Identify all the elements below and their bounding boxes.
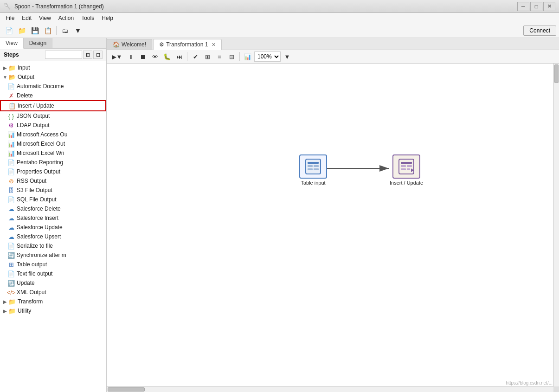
tree-item-sf-upsert[interactable]: ☁ Salesforce Upsert — [0, 232, 106, 241]
open-button[interactable]: 📁 — [16, 25, 28, 36]
svg-rect-12 — [401, 168, 406, 170]
file-icon-sync: 🔄 — [7, 251, 15, 259]
tree-item-json-output[interactable]: { } JSON Output — [0, 111, 106, 121]
close-button[interactable]: ✕ — [543, 2, 555, 11]
tree-item-sf-delete[interactable]: ☁ Salesforce Delete — [0, 204, 106, 213]
tree-item-input[interactable]: ▶ 📁 Input — [0, 63, 106, 72]
welcome-tab-label: Welcome! — [122, 41, 146, 48]
align2-button[interactable]: ≡ — [214, 51, 225, 62]
tree-item-auto-doc[interactable]: 📄 Automatic Docume — [0, 82, 106, 91]
expand-all-button[interactable]: ⊞ — [83, 51, 92, 59]
transformation-tab-icon: ⚙ — [159, 41, 164, 48]
tree-item-ms-excel-wri[interactable]: 📊 Microsoft Excel Wri — [0, 148, 106, 158]
transformation-tab-close[interactable]: ✕ — [212, 42, 216, 48]
new-button[interactable]: 📄 — [3, 25, 15, 36]
right-panel: 🏠 Welcome! ⚙ Transformation 1 ✕ ▶▼ ⏸ ⏹ 👁… — [107, 38, 559, 392]
folder-open-icon: 📂 — [8, 73, 16, 81]
canvas[interactable]: Table input — [107, 64, 559, 392]
tree-item-serialize[interactable]: 📄 Serialize to file — [0, 241, 106, 251]
minimize-button[interactable]: ─ — [517, 2, 529, 11]
tree-item-xml-output[interactable]: </> XML Output — [0, 288, 106, 297]
content-tabs: 🏠 Welcome! ⚙ Transformation 1 ✕ — [107, 38, 559, 50]
tree-item-text-file[interactable]: 📄 Text file output — [0, 269, 106, 278]
scroll-corner — [553, 386, 559, 392]
tree-item-output[interactable]: ▼ 📂 Output — [0, 72, 106, 82]
tree-item-sf-update[interactable]: ☁ Salesforce Update — [0, 223, 106, 232]
collapse-all-button[interactable]: ⊟ — [93, 51, 103, 59]
step-button[interactable]: ⏭ — [173, 51, 185, 62]
results-button[interactable]: 📊 — [242, 51, 253, 62]
stop-button[interactable]: ⏹ — [137, 51, 148, 62]
tree-item-utility[interactable]: ▶ 📁 Utility — [0, 306, 106, 315]
tree-item-rss[interactable]: ⊚ RSS Output — [0, 176, 106, 186]
pause-button[interactable]: ⏸ — [125, 51, 136, 62]
connect-button[interactable]: Connect — [523, 26, 556, 36]
save-as-button[interactable]: 📋 — [42, 25, 54, 36]
node-table-input[interactable]: Table input — [299, 154, 327, 186]
file-icon-sf-update: ☁ — [7, 224, 15, 231]
tree-item-delete[interactable]: ✗ Delete — [0, 91, 106, 100]
file-icon-insert-update: 📋 — [8, 102, 16, 109]
tree-item-transform[interactable]: ▶ 📁 Transform — [0, 297, 106, 306]
tree-label-json: JSON Output — [17, 113, 50, 119]
menu-edit[interactable]: Edit — [18, 14, 35, 22]
preview-button[interactable]: 👁 — [149, 51, 161, 62]
run-button[interactable]: ▶▼ — [109, 51, 124, 62]
svg-rect-5 — [314, 165, 319, 167]
vertical-scrollbar-thumb[interactable] — [554, 64, 559, 83]
menu-file[interactable]: File — [2, 14, 18, 22]
check-button[interactable]: ✔ — [190, 51, 201, 62]
vertical-scrollbar[interactable] — [553, 64, 559, 386]
file-icon-sf-upsert: ☁ — [7, 233, 15, 240]
node-table-input-label: Table input — [301, 180, 325, 186]
menu-tools[interactable]: Tools — [77, 14, 98, 22]
save-button[interactable]: 💾 — [29, 25, 41, 36]
tree-label-output: Output — [18, 74, 34, 80]
debug-button[interactable]: 🐛 — [161, 51, 173, 62]
tab-welcome[interactable]: 🏠 Welcome! — [107, 39, 152, 50]
tree-item-pentaho[interactable]: 📄 Pentaho Reporting — [0, 158, 106, 167]
grid-button[interactable]: ⊟ — [226, 51, 237, 62]
tree-item-sql-file[interactable]: 📄 SQL File Output — [0, 195, 106, 204]
panel-tabs: View Design — [0, 38, 106, 49]
zoom-dropdown[interactable]: ▼ — [282, 51, 293, 62]
tab-transformation1[interactable]: ⚙ Transformation 1 ✕ — [153, 39, 222, 50]
file-icon-table-output: ⊞ — [7, 261, 15, 268]
node-insert-update[interactable]: Insert / Update — [390, 154, 423, 186]
horizontal-scrollbar[interactable] — [107, 386, 553, 392]
tree-label-xml: XML Output — [17, 289, 46, 296]
menu-help[interactable]: Help — [98, 14, 117, 22]
tree-item-ldap[interactable]: ⚙ LDAP Output — [0, 121, 106, 130]
svg-rect-9 — [401, 162, 412, 164]
tab-design[interactable]: Design — [24, 38, 52, 48]
tree-label-properties: Properties Output — [17, 168, 60, 175]
file-icon-sf-delete: ☁ — [7, 205, 15, 212]
tree-item-ms-access[interactable]: 📊 Microsoft Access Ou — [0, 130, 106, 139]
tree-item-ms-excel-out[interactable]: 📊 Microsoft Excel Out — [0, 139, 106, 148]
tree-item-properties[interactable]: 📄 Properties Output — [0, 167, 106, 176]
steps-label: Steps — [4, 51, 45, 58]
menu-view[interactable]: View — [35, 14, 55, 22]
tree-label-serialize: Serialize to file — [17, 243, 53, 249]
tree-item-s3[interactable]: 🗄 S3 File Output — [0, 186, 106, 195]
tree-item-update[interactable]: 🔃 Update — [0, 278, 106, 288]
maximize-button[interactable]: □ — [530, 2, 542, 11]
main-layout: View Design Steps ⊞ ⊟ ▶ 📁 Input ▼ 📂 — [0, 38, 559, 392]
node-insert-update-label: Insert / Update — [390, 180, 423, 186]
folder-icon: 📁 — [8, 64, 16, 71]
horizontal-scrollbar-thumb[interactable] — [108, 387, 145, 392]
zoom-select[interactable]: 100% 75% 50% 150% 200% — [254, 51, 281, 62]
layers-dropdown[interactable]: ▼ — [72, 25, 84, 36]
tree-item-table-output[interactable]: ⊞ Table output — [0, 260, 106, 269]
tree-item-sync-after[interactable]: 🔄 Synchronize after m — [0, 251, 106, 260]
file-icon-ms-excel-wri: 📊 — [7, 149, 15, 157]
layers-button[interactable]: 🗂 — [59, 25, 71, 36]
file-icon-sf-insert: ☁ — [7, 214, 15, 222]
menu-action[interactable]: Action — [55, 14, 77, 22]
tree-item-sf-insert[interactable]: ☁ Salesforce Insert — [0, 213, 106, 223]
title-bar-controls: ─ □ ✕ — [517, 2, 555, 11]
align-button[interactable]: ⊞ — [202, 51, 213, 62]
tree-item-insert-update[interactable]: 📋 Insert / Update — [0, 100, 106, 111]
steps-search[interactable] — [45, 51, 82, 59]
tab-view[interactable]: View — [0, 38, 24, 49]
